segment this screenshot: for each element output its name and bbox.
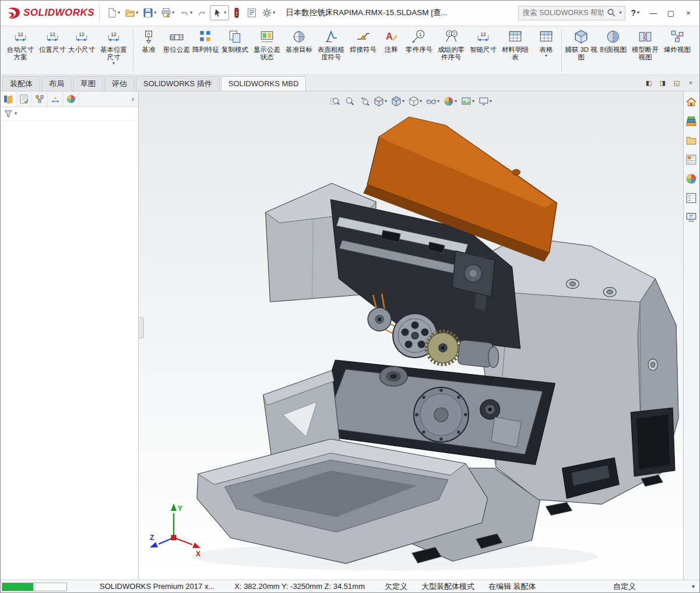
ribbon-button-pattern-feature[interactable]: 阵列特征	[191, 26, 220, 75]
qa-button-file-properties[interactable]	[244, 6, 259, 20]
taskpane-button-solidworks-resources[interactable]	[685, 96, 698, 109]
search-dropdown-icon[interactable]: ▾	[619, 10, 621, 15]
status-expand-icon[interactable]: ▾	[692, 583, 695, 590]
window-button-minimize[interactable]: —	[645, 5, 662, 20]
ribbon-button-geometric-tolerance[interactable]: 形位公差	[162, 26, 191, 75]
qa-button-select[interactable]: ▾	[210, 5, 229, 20]
qa-button-rebuild[interactable]	[229, 6, 244, 20]
hud-button-view-orientation[interactable]: ▾	[390, 95, 406, 108]
taskpane-button-file-explorer[interactable]	[685, 135, 698, 147]
ribbon-button-tables[interactable]: 表格 ▾	[533, 26, 560, 75]
chevron-down-icon[interactable]: ▾	[190, 10, 192, 15]
qa-button-open[interactable]: ▾	[122, 6, 140, 20]
window-button-close[interactable]: ×	[680, 5, 697, 20]
qa-button-save[interactable]: ▾	[140, 6, 159, 20]
tree-filter[interactable]: ▾	[1, 107, 138, 121]
ribbon-button-basic-location-dimension[interactable]: 12 基本位置尺寸 ▾	[96, 26, 131, 75]
chevron-down-icon[interactable]: ▾	[273, 10, 275, 15]
hud-button-apply-scene[interactable]: ▾	[460, 95, 476, 108]
ribbon-button-exploded-view[interactable]: 爆炸视图	[663, 26, 692, 75]
ribbon-button-location-dimension[interactable]: 12 位置尺寸	[38, 26, 67, 75]
qa-button-redo[interactable]	[195, 6, 210, 20]
command-tab-layout[interactable]: 布局	[41, 76, 72, 91]
chevron-down-icon[interactable]: ▾	[118, 10, 120, 15]
ribbon-button-auto-balloon[interactable]: 12 成组的零件序号	[434, 26, 469, 75]
hud-button-hide-show-items[interactable]: ▾	[425, 95, 441, 108]
chevron-down-icon[interactable]: ▾	[136, 10, 138, 15]
taskpane-button-solidworks-forum[interactable]	[685, 211, 698, 224]
ribbon-button-copy-scheme[interactable]: 复制模式	[220, 26, 249, 75]
ribbon-button-balloon[interactable]: 1 零件序号	[404, 26, 434, 75]
chevron-down-icon[interactable]: ▾	[437, 99, 439, 104]
chevron-down-icon[interactable]: ▾	[224, 10, 226, 15]
viewport-3d[interactable]: ▾ ▾ ▾ ▾ ▾ ▾	[139, 91, 683, 580]
help-search-box[interactable]: 搜索 SOLIDWORKS 帮助 ▾	[518, 6, 625, 20]
ribbon-button-bill-of-materials[interactable]: 材料明细表	[498, 26, 533, 75]
command-tab-mbd[interactable]: SOLIDWORKS MBD	[221, 76, 307, 91]
ribbon-button-weld-symbol[interactable]: 焊接符号	[349, 26, 378, 75]
doc-window-button-pane-left[interactable]: ◧	[642, 79, 656, 87]
doc-window-button-close[interactable]: ×	[684, 79, 698, 86]
hud-button-zoom-area[interactable]	[343, 95, 356, 108]
ribbon-button-label: 表面粗糙度符号	[315, 46, 347, 61]
hud-button-previous-view[interactable]	[358, 95, 371, 108]
hud-button-zoom-fit[interactable]	[329, 95, 342, 108]
chevron-down-icon[interactable]: ▾	[490, 99, 492, 104]
ribbon-button-note[interactable]: A 注释	[378, 26, 404, 75]
qa-button-new-document[interactable]: ▾	[104, 6, 122, 20]
panel-tab-configurationmanager[interactable]	[32, 91, 48, 107]
taskpane-button-design-library[interactable]	[685, 115, 698, 128]
chevron-down-icon[interactable]: ▾	[472, 99, 474, 104]
panel-splitter-handle[interactable]	[139, 317, 144, 338]
ribbon-button-model-break-view[interactable]: 模型断开视图	[628, 26, 663, 75]
ribbon-button-auto-dimension-scheme[interactable]: 12 自动尺寸方案	[3, 26, 38, 75]
hud-button-section-view[interactable]: ▾	[372, 95, 388, 108]
command-tab-assembly[interactable]: 装配体	[2, 76, 40, 91]
search-icon[interactable]	[607, 8, 616, 17]
ribbon-button-smart-dimension[interactable]: 12 智能尺寸	[469, 26, 498, 75]
ribbon-button-datum-target[interactable]: 基准目标	[284, 26, 314, 75]
status-custom[interactable]: 自定义	[613, 581, 636, 592]
qa-button-undo[interactable]: ▾	[177, 6, 195, 20]
panel-tab-displaymanager[interactable]	[64, 91, 79, 107]
command-tab-addins[interactable]: SOLIDWORKS 插件	[136, 76, 220, 91]
taskpane-button-appearances-scenes[interactable]	[685, 173, 698, 186]
command-tab-evaluate[interactable]: 评估	[104, 76, 135, 91]
search-input[interactable]: 搜索 SOLIDWORKS 帮助	[522, 8, 604, 18]
qa-button-options[interactable]: ▾	[259, 6, 277, 20]
taskpane-button-custom-properties[interactable]	[685, 192, 698, 205]
window-button-maximize[interactable]: ▢	[662, 5, 680, 20]
chevron-down-icon[interactable]: ▾	[637, 10, 639, 15]
chevron-down-icon[interactable]: ▾	[420, 99, 422, 104]
hud-button-display-style[interactable]: ▾	[407, 95, 423, 108]
chevron-down-icon[interactable]: ▾	[154, 10, 156, 15]
hud-button-view-settings[interactable]: ▾	[477, 95, 493, 108]
panel-tab-featuremanager[interactable]	[1, 91, 16, 107]
command-tab-sketch[interactable]: 草图	[73, 76, 103, 91]
ribbon-button-section-view[interactable]: 剖面视图	[599, 26, 628, 75]
panel-expand-chevron[interactable]: ›	[128, 94, 138, 103]
taskpane-button-view-palette[interactable]	[685, 154, 698, 167]
command-tabs: 装配体 布局 草图 评估 SOLIDWORKS 插件 SOLIDWORKS MB…	[2, 76, 307, 91]
chevron-down-icon[interactable]: ▾	[385, 99, 387, 104]
hud-button-edit-appearance[interactable]: ▾	[442, 95, 458, 108]
ribbon-button-size-dimension[interactable]: 12 大小尺寸	[67, 26, 96, 75]
ribbon-button-surface-finish[interactable]: 表面粗糙度符号	[314, 26, 349, 75]
chevron-down-icon[interactable]: ▾	[172, 10, 174, 15]
ribbon-button-label: 材料明细表	[499, 46, 532, 61]
chevron-down-icon[interactable]: ▾	[112, 61, 115, 66]
qa-button-print[interactable]: ▾	[159, 6, 177, 20]
ribbon-button-capture-3d-view[interactable]: 捕获 3D 视图	[564, 26, 599, 75]
chevron-down-icon[interactable]: ▾	[15, 111, 17, 116]
chevron-down-icon[interactable]: ▾	[455, 99, 457, 104]
ribbon-button-show-tolerance-status[interactable]: 显示公差状态	[249, 26, 284, 75]
panel-tab-dimxpertmanager[interactable]: x	[48, 91, 64, 107]
doc-window-button-restore[interactable]: ◱	[670, 79, 684, 87]
chevron-down-icon[interactable]: ▾	[545, 54, 547, 58]
panel-tab-propertymanager[interactable]	[16, 91, 32, 107]
chevron-down-icon[interactable]: ▾	[402, 99, 404, 104]
help-button[interactable]: ? ▾	[625, 8, 645, 17]
ribbon-button-datum[interactable]: A 基准	[135, 26, 162, 75]
filter-funnel-icon[interactable]	[3, 109, 13, 118]
doc-window-button-pane-right[interactable]: ◨	[656, 79, 670, 87]
